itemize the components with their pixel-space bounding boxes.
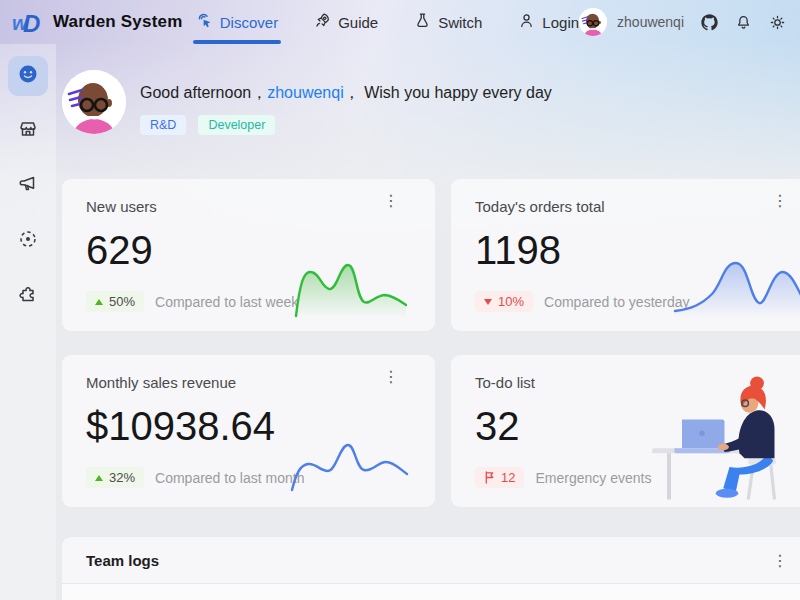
team-logs-card: Team logs ⋮ bbox=[62, 537, 800, 600]
team-logs-body bbox=[62, 584, 800, 600]
flag-badge: 12 bbox=[475, 467, 524, 488]
brand: w D Warden System bbox=[12, 9, 196, 35]
more-menu-icon[interactable]: ⋮ bbox=[383, 369, 399, 385]
nav-login-label: Login bbox=[542, 14, 579, 31]
cursor-click-icon bbox=[196, 12, 213, 32]
svg-text:D: D bbox=[23, 10, 40, 35]
team-logs-title: Team logs bbox=[86, 552, 159, 569]
nav-switch[interactable]: Switch bbox=[414, 0, 482, 44]
working-person-illustration bbox=[652, 373, 800, 501]
card-desc: Emergency events bbox=[535, 470, 651, 486]
sparkline-blue-area bbox=[672, 252, 800, 318]
store-icon bbox=[18, 119, 38, 143]
theme-icon[interactable] bbox=[769, 14, 786, 31]
focus-scan-icon bbox=[18, 229, 38, 253]
flask-icon bbox=[414, 12, 431, 32]
sidebar bbox=[0, 44, 56, 600]
nav-guide[interactable]: Guide bbox=[314, 0, 378, 44]
puzzle-icon bbox=[18, 284, 38, 308]
card-desc: Compared to last month bbox=[155, 470, 304, 486]
nav-discover-label: Discover bbox=[220, 14, 278, 31]
sidebar-item-dashboard[interactable] bbox=[8, 56, 48, 96]
greeting-section: Good afternoon，zhouwenqi， Wish you happy… bbox=[62, 70, 800, 135]
user-tags: R&D Developer bbox=[140, 115, 552, 135]
card-title: Today's orders total bbox=[475, 198, 800, 215]
greeting-text: Good afternoon，zhouwenqi， Wish you happy… bbox=[140, 83, 552, 104]
nav-switch-label: Switch bbox=[438, 14, 482, 31]
sidebar-item-focus[interactable] bbox=[8, 221, 48, 261]
github-icon[interactable] bbox=[701, 14, 718, 31]
card-desc: Compared to yesterday bbox=[544, 294, 690, 310]
app-logo: w D bbox=[12, 9, 44, 35]
card-new-users: New users ⋮ 629 50% Compared to last wee… bbox=[62, 179, 435, 331]
card-desc: Compared to last week bbox=[155, 294, 298, 310]
user-icon bbox=[518, 12, 535, 32]
trend-down-icon bbox=[484, 299, 492, 305]
sidebar-item-workbench[interactable] bbox=[8, 111, 48, 151]
team-logs-header: Team logs ⋮ bbox=[62, 537, 800, 584]
app-title: Warden System bbox=[53, 12, 183, 32]
card-title: New users bbox=[86, 198, 411, 215]
trend-up-icon bbox=[95, 299, 103, 305]
app-header: w D Warden System Discover bbox=[0, 0, 800, 44]
tag-rd[interactable]: R&D bbox=[140, 115, 186, 135]
tag-developer[interactable]: Developer bbox=[198, 115, 275, 135]
more-menu-icon[interactable]: ⋮ bbox=[772, 553, 788, 569]
trend-badge: 32% bbox=[86, 467, 144, 488]
trend-badge: 50% bbox=[86, 291, 144, 312]
nav-guide-label: Guide bbox=[338, 14, 378, 31]
sidebar-item-plugins[interactable] bbox=[8, 276, 48, 316]
nav-login[interactable]: Login bbox=[518, 0, 579, 44]
nav-discover[interactable]: Discover bbox=[196, 0, 278, 44]
user-avatar[interactable] bbox=[579, 8, 607, 36]
more-menu-icon[interactable]: ⋮ bbox=[772, 193, 788, 209]
rocket-icon bbox=[314, 12, 331, 32]
more-menu-icon[interactable]: ⋮ bbox=[383, 193, 399, 209]
header-username[interactable]: zhouwenqi bbox=[617, 14, 684, 30]
header-right: zhouwenqi bbox=[579, 8, 786, 36]
card-monthly-revenue: Monthly sales revenue ⋮ $10938.64 32% Co… bbox=[62, 355, 435, 507]
trend-badge: 10% bbox=[475, 291, 533, 312]
card-title: Monthly sales revenue bbox=[86, 374, 411, 391]
main-nav: Discover Guide bbox=[196, 0, 579, 44]
trend-up-icon bbox=[95, 475, 103, 481]
bell-icon[interactable] bbox=[735, 14, 752, 31]
stat-cards: New users ⋮ 629 50% Compared to last wee… bbox=[62, 179, 800, 507]
megaphone-icon bbox=[18, 174, 38, 198]
sidebar-item-announcement[interactable] bbox=[8, 166, 48, 206]
card-todo-list: To-do list 32 12 Emergency events bbox=[451, 355, 800, 507]
sparkline-green-area bbox=[293, 256, 409, 318]
main-content: Good afternoon，zhouwenqi， Wish you happy… bbox=[62, 44, 800, 600]
smiley-icon bbox=[17, 63, 39, 89]
sparkline-blue-line bbox=[289, 434, 409, 494]
card-orders-total: Today's orders total ⋮ 1198 10% Compared… bbox=[451, 179, 800, 331]
flag-icon bbox=[484, 471, 495, 484]
greeting-avatar bbox=[62, 70, 126, 134]
greeting-username: zhouwenqi bbox=[267, 84, 344, 101]
